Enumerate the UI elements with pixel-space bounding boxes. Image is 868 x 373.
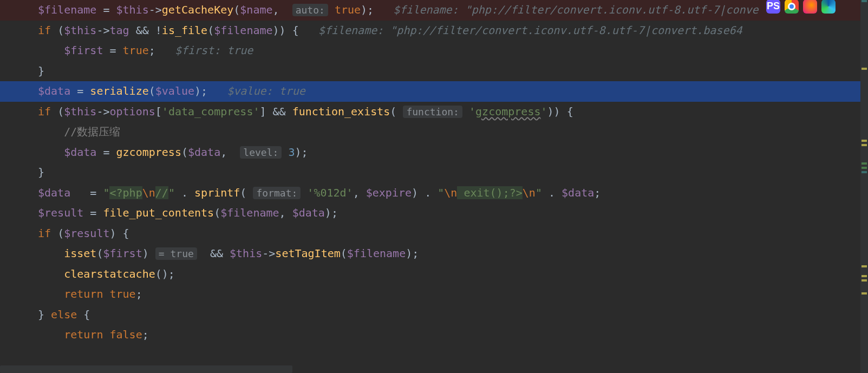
code-line[interactable]: $first = true; $first: true xyxy=(0,41,868,61)
code-token: } xyxy=(38,166,44,179)
code-token: 'data_compress' xyxy=(162,105,260,118)
code-token: ( xyxy=(51,24,64,37)
firefox-icon[interactable] xyxy=(803,0,817,14)
code-token: ] && xyxy=(259,105,292,118)
code-line[interactable]: } else { xyxy=(0,305,868,325)
code-token: = xyxy=(70,186,103,199)
code-token: ( xyxy=(51,227,64,240)
code-line[interactable]: } xyxy=(0,61,868,82)
code-token: { xyxy=(77,308,90,321)
code-token: options xyxy=(110,105,155,118)
code-token xyxy=(38,125,64,138)
code-token: . xyxy=(175,186,194,199)
code-line[interactable]: if ($this->options['data_compress'] && f… xyxy=(0,102,868,122)
code-token: = xyxy=(96,3,116,16)
code-token: // xyxy=(155,186,168,199)
code-token: $data xyxy=(64,146,96,159)
code-token: $data xyxy=(38,84,70,97)
code-token: ( xyxy=(149,84,155,97)
code-token: = true xyxy=(155,247,197,260)
code-token: = xyxy=(83,206,103,219)
code-token: && ! xyxy=(129,24,162,37)
stripe-mark[interactable] xyxy=(862,292,867,295)
stripe-mark[interactable] xyxy=(862,279,867,282)
code-token: \n xyxy=(523,186,536,199)
code-token: if xyxy=(38,105,51,118)
chrome-icon[interactable] xyxy=(785,0,799,14)
stripe-mark[interactable] xyxy=(862,167,867,169)
stripe-mark[interactable] xyxy=(862,162,867,165)
code-token xyxy=(462,105,469,118)
code-token: ( xyxy=(214,206,220,219)
code-token: $this xyxy=(64,24,96,37)
code-token: ; xyxy=(149,44,175,57)
code-token: ( xyxy=(181,146,188,159)
code-token: $data xyxy=(38,186,70,199)
code-token: setTagItem xyxy=(275,247,340,260)
code-token: ( xyxy=(51,105,64,118)
code-token: " xyxy=(168,186,175,199)
code-line[interactable]: isset($first) = true && $this->setTagIte… xyxy=(0,244,868,264)
code-token: $expire xyxy=(366,186,412,199)
code-token: true xyxy=(109,287,135,300)
code-token: -> xyxy=(262,247,275,260)
stripe-mark[interactable] xyxy=(862,171,867,173)
code-token: gzcompress xyxy=(475,105,540,118)
stripe-mark[interactable] xyxy=(862,0,867,2)
code-token: tag xyxy=(110,24,129,37)
code-token xyxy=(301,186,307,199)
code-token xyxy=(38,328,64,341)
code-token: else xyxy=(51,308,77,321)
code-editor[interactable]: $filename = $this->getCacheKey($name, au… xyxy=(0,0,868,373)
code-token: = xyxy=(70,84,90,97)
edge-icon[interactable] xyxy=(821,0,836,14)
code-token: clearstatcache xyxy=(64,267,155,280)
code-token: ' xyxy=(469,105,475,118)
code-token: ( xyxy=(390,105,403,118)
code-token: $filename xyxy=(347,247,406,260)
code-line[interactable]: $filename = $this->getCacheKey($name, au… xyxy=(0,0,868,21)
code-token: sprintf xyxy=(194,186,240,199)
code-token xyxy=(38,146,64,159)
code-token: -> xyxy=(96,105,109,118)
code-token xyxy=(38,44,64,57)
app-dock: PS xyxy=(766,0,836,13)
code-token: ) { xyxy=(109,227,129,240)
code-token: , xyxy=(273,3,292,16)
code-token: ( xyxy=(207,24,214,37)
stripe-mark[interactable] xyxy=(862,144,867,146)
code-token: ); xyxy=(194,84,227,97)
code-line[interactable]: $data = "<?php\n//" . sprintf( format: '… xyxy=(0,183,868,204)
code-token: " xyxy=(438,186,444,199)
code-line[interactable]: $result = file_put_contents($filename, $… xyxy=(0,203,868,224)
code-line[interactable]: return true; xyxy=(0,284,868,305)
code-line[interactable]: $data = serialize($value); $value: true xyxy=(0,81,868,102)
code-token: function: xyxy=(403,106,462,118)
phpstorm-icon[interactable]: PS xyxy=(766,0,780,14)
code-token: function_exists xyxy=(292,105,390,118)
code-token: //数据压缩 xyxy=(64,125,120,138)
code-line[interactable]: $data = gzcompress($data, level: 3); xyxy=(0,142,868,163)
stripe-mark[interactable] xyxy=(862,265,867,267)
code-token: , xyxy=(220,146,240,159)
code-token: = xyxy=(96,146,116,159)
error-stripe[interactable] xyxy=(860,0,868,373)
code-token: \n xyxy=(444,186,457,199)
code-line[interactable]: //数据压缩 xyxy=(0,122,868,142)
code-token: if xyxy=(38,227,51,240)
code-token: $data xyxy=(188,146,220,159)
code-line[interactable]: clearstatcache(); xyxy=(0,264,868,285)
stripe-mark[interactable] xyxy=(862,140,867,142)
code-token: ); xyxy=(295,146,308,159)
code-token: \n xyxy=(142,186,155,199)
code-line[interactable]: if ($this->tag && !is_file($filename)) {… xyxy=(0,21,868,41)
code-token: " xyxy=(103,186,109,199)
stripe-mark[interactable] xyxy=(862,68,867,70)
code-line[interactable]: } xyxy=(0,162,868,183)
horizontal-scrollbar[interactable] xyxy=(0,365,292,373)
code-line[interactable]: if ($result) { xyxy=(0,224,868,244)
code-line[interactable]: return false; xyxy=(0,325,868,345)
code-token: ; xyxy=(142,328,149,341)
code-token: $this xyxy=(64,105,96,118)
stripe-mark[interactable] xyxy=(862,275,867,277)
